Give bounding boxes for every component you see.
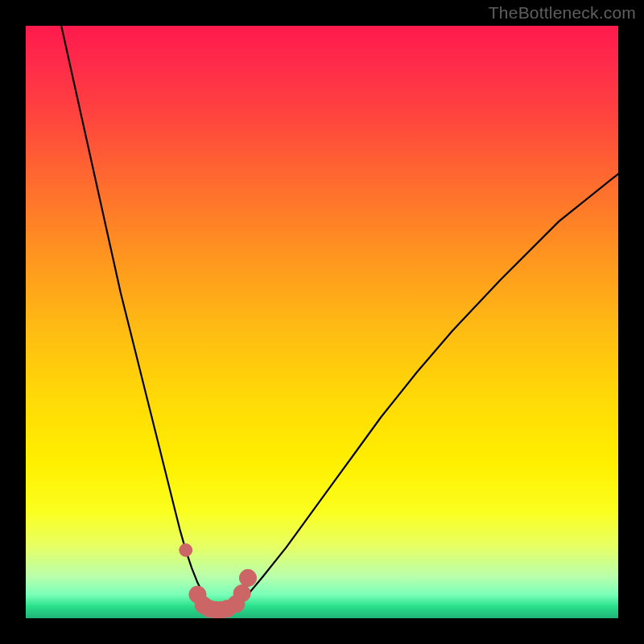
chart-stage: TheBottleneck.com [0, 0, 644, 644]
curve-markers [180, 543, 257, 618]
bottleneck-curve [61, 26, 618, 610]
attribution-text: TheBottleneck.com [489, 3, 636, 23]
curve-marker [239, 569, 256, 586]
plot-area [26, 26, 618, 618]
curve-marker [180, 543, 192, 556]
plot-svg [26, 26, 618, 618]
curve-marker [233, 584, 250, 601]
